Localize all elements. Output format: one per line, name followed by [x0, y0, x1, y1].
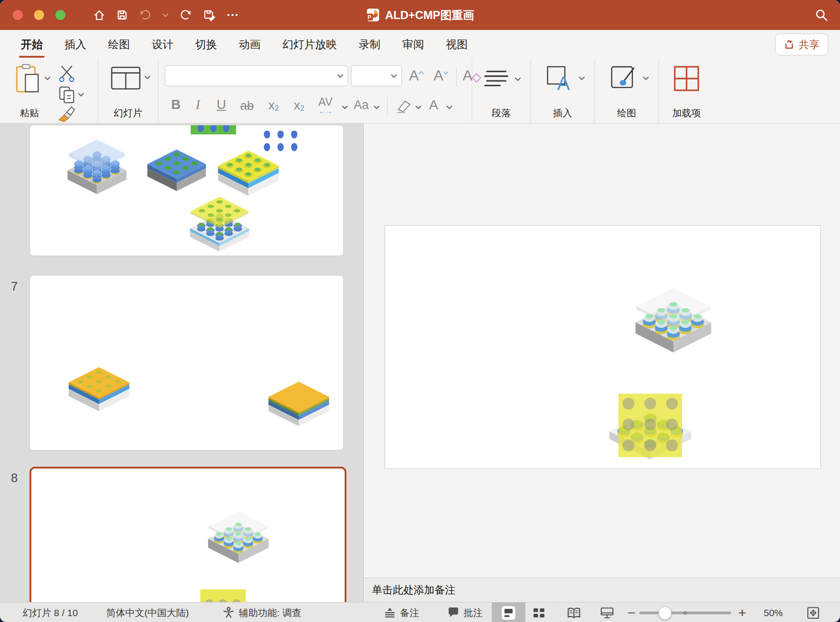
strikethrough-button[interactable]: ab	[240, 99, 254, 113]
ribbon: 粘贴 幻灯片 A A A B I U	[0, 59, 840, 123]
tab-record[interactable]: 录制	[348, 30, 391, 59]
copy-button[interactable]	[58, 85, 75, 106]
svg-text:A: A	[557, 73, 570, 92]
tab-slideshow[interactable]: 幻灯片放映	[272, 30, 348, 59]
paste-button[interactable]	[15, 64, 40, 95]
draw-label: 绘图	[595, 107, 658, 119]
reading-view-button[interactable]	[567, 602, 581, 622]
insert-button[interactable]: A	[546, 65, 573, 94]
spacing-chevron-icon[interactable]	[342, 105, 348, 109]
slide-counter[interactable]: 幻灯片 8 / 10	[23, 602, 78, 622]
comments-toggle[interactable]: 批注	[447, 602, 483, 622]
close-button[interactable]	[13, 10, 23, 20]
shrink-font-button[interactable]: A	[434, 67, 449, 84]
save-icon[interactable]	[116, 9, 128, 21]
font-size-combo[interactable]	[351, 65, 402, 86]
underline-button[interactable]: U	[217, 97, 226, 112]
tab-design[interactable]: 设计	[141, 30, 184, 59]
tab-animations[interactable]: 动画	[228, 30, 272, 59]
superscript-button[interactable]: x2	[268, 98, 279, 113]
tab-draw[interactable]: 绘图	[97, 30, 141, 59]
draw-button[interactable]	[610, 65, 637, 93]
fit-to-window-icon	[806, 606, 820, 620]
font-color-chevron-icon[interactable]	[446, 105, 452, 109]
paragraph-chevron-icon[interactable]	[515, 77, 521, 81]
brick-yellow-overlay	[184, 186, 255, 255]
share-icon	[784, 39, 795, 50]
slide-canvas[interactable]	[385, 225, 821, 469]
share-button[interactable]: 共享	[775, 34, 828, 55]
tab-review[interactable]: 审阅	[391, 30, 435, 59]
zoom-slider-midpoint	[683, 611, 687, 615]
character-spacing-button[interactable]: AV ←→	[318, 96, 333, 114]
language-indicator[interactable]: 简体中文(中国大陆)	[106, 602, 189, 622]
zoom-slider-thumb[interactable]	[658, 607, 672, 620]
addins-button[interactable]	[673, 65, 700, 94]
paragraph-button[interactable]	[483, 69, 509, 92]
slide-object-frosted-brick[interactable]	[630, 281, 716, 363]
notes-placeholder: 单击此处添加备注	[372, 583, 455, 597]
tab-home[interactable]: 开始	[10, 30, 54, 59]
document-title: ALD+CMP图重画	[385, 8, 474, 23]
tab-view[interactable]: 视图	[435, 30, 479, 59]
slide-6-thumbnail[interactable]	[30, 125, 344, 256]
statusbar: 幻灯片 8 / 10 简体中文(中国大陆) 辅助功能: 调查 备注 批注 −	[0, 602, 840, 622]
save-as-icon[interactable]	[203, 9, 216, 21]
notes-pane[interactable]: 单击此处添加备注	[364, 578, 840, 602]
italic-button[interactable]: I	[196, 97, 200, 112]
search-icon[interactable]	[815, 8, 828, 24]
redo-icon[interactable]	[179, 9, 192, 21]
paste-label: 粘贴	[0, 107, 59, 119]
reading-view-icon	[567, 607, 581, 619]
draw-chevron-icon[interactable]	[643, 76, 649, 80]
more-icon[interactable]	[227, 13, 238, 17]
grow-font-button[interactable]: A	[409, 67, 424, 84]
svg-text:P: P	[368, 14, 371, 20]
grid-view-icon	[532, 607, 546, 619]
bold-button[interactable]: B	[171, 97, 181, 112]
new-slide-chevron-icon[interactable]	[144, 75, 150, 79]
accessibility-icon	[222, 607, 235, 619]
format-painter-button[interactable]	[56, 105, 77, 124]
highlight-chevron-icon[interactable]	[415, 105, 421, 109]
green-plate-shape	[191, 125, 236, 134]
notes-toggle[interactable]: 备注	[384, 602, 419, 622]
subscript-button[interactable]: x2	[294, 98, 304, 113]
slide-layout-icon	[111, 66, 141, 90]
home-icon[interactable]	[93, 9, 105, 21]
window-controls	[13, 0, 65, 30]
copy-menu-chevron-icon[interactable]	[78, 93, 84, 97]
new-slide-button[interactable]	[111, 66, 141, 92]
slideshow-view-button[interactable]	[600, 602, 614, 622]
accessibility-indicator[interactable]: 辅助功能: 调查	[222, 602, 301, 622]
yellow-plate-partial	[200, 589, 246, 602]
tab-transitions[interactable]: 切换	[184, 30, 228, 59]
slide-object-yellow-overlay-brick[interactable]	[605, 393, 696, 470]
slide-sorter-view-button[interactable]	[532, 602, 546, 622]
cut-button[interactable]	[58, 64, 75, 84]
paragraph-label: 段落	[472, 107, 530, 119]
copy-icon	[58, 85, 75, 104]
maximize-button[interactable]	[55, 10, 65, 20]
zoom-out-button[interactable]: −	[628, 602, 636, 622]
minimize-button[interactable]	[34, 10, 44, 20]
zoom-in-button[interactable]: +	[738, 602, 746, 622]
fit-to-window-button[interactable]	[806, 602, 820, 622]
insert-text-icon: A	[546, 65, 573, 92]
paste-menu-chevron-icon[interactable]	[44, 76, 50, 80]
highlighter-icon	[396, 99, 413, 114]
change-case-button[interactable]: Aa	[354, 98, 369, 112]
tab-insert[interactable]: 插入	[54, 30, 97, 59]
slide-7-number: 7	[11, 280, 18, 294]
highlight-button[interactable]	[396, 99, 413, 115]
font-name-combo[interactable]	[165, 65, 348, 86]
insert-chevron-icon[interactable]	[579, 76, 585, 80]
slides-group: 幻灯片	[98, 59, 158, 123]
normal-view-button[interactable]	[492, 602, 525, 622]
case-chevron-icon[interactable]	[374, 105, 380, 109]
editor-area: 单击此处添加备注	[364, 123, 840, 602]
slide-8-thumbnail[interactable]	[30, 467, 346, 602]
zoom-level[interactable]: 50%	[764, 602, 783, 622]
font-color-button[interactable]: A	[429, 97, 438, 113]
slide-7-thumbnail[interactable]	[30, 275, 344, 450]
